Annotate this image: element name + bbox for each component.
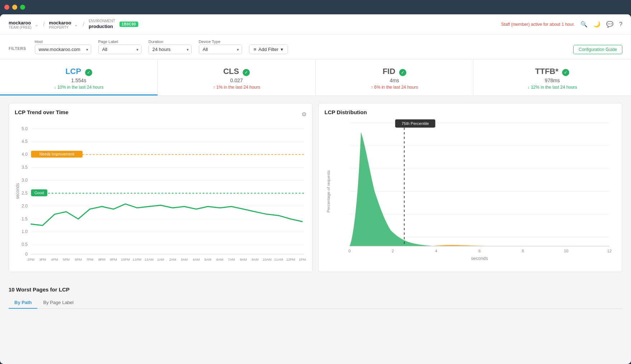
cls-title-row: CLS ✓: [167, 67, 307, 76]
maximize-button[interactable]: [20, 5, 25, 10]
lcp-dist-area: Percentage of requests: [324, 118, 616, 266]
fid-value: 4ms: [324, 78, 465, 83]
svg-text:1.5: 1.5: [22, 216, 28, 221]
ttfb-value: 978ms: [482, 78, 622, 83]
main-content: mockaroo TEAM (FREE) ⌄ / mockaroo PROPER…: [0, 14, 631, 364]
svg-text:12PM: 12PM: [286, 257, 295, 261]
host-select-wrapper[interactable]: www.mockaroo.com: [35, 45, 91, 54]
lcp-metric-card[interactable]: LCP ✓ 1.554s 10% in the last 24 hours: [0, 60, 158, 95]
worst-pages-section: 10 Worst Pages for LCP By Path By Page L…: [0, 279, 631, 316]
minimize-button[interactable]: [12, 5, 17, 10]
host-filter-label: Host: [35, 39, 91, 44]
svg-text:10: 10: [564, 249, 569, 253]
duration-select-wrapper[interactable]: 24 hours: [149, 45, 192, 54]
environment-name: production: [89, 24, 113, 29]
close-button[interactable]: [4, 5, 9, 10]
svg-text:seconds: seconds: [471, 256, 488, 261]
property-name: mockaroo: [49, 20, 71, 25]
fid-title-row: FID ✓: [324, 67, 465, 76]
fid-title: FID: [383, 67, 395, 76]
duration-filter-group: Duration 24 hours: [149, 39, 192, 54]
lcp-value: 1.554s: [9, 78, 149, 83]
lcp-trend-chart: LCP Trend over Time ⚙ 5.0 4.5 4.0 3.5 3.…: [9, 103, 313, 272]
tab-by-path[interactable]: By Path: [9, 297, 37, 309]
svg-text:12AM: 12AM: [145, 257, 154, 261]
property-chevron-icon: ⌄: [74, 22, 78, 27]
svg-text:Percentage of requests: Percentage of requests: [326, 170, 331, 213]
ttfb-metric-card[interactable]: TTFB* ✓ 978ms 12% in the last 24 hours: [473, 60, 631, 95]
svg-text:9PM: 9PM: [110, 257, 117, 261]
titlebar: [0, 0, 631, 14]
lcp-check-icon: ✓: [85, 69, 92, 76]
svg-text:2.0: 2.0: [22, 204, 28, 209]
lcp-dist-title: LCP Distribution: [324, 109, 367, 115]
svg-text:11PM: 11PM: [132, 257, 141, 261]
environment-label: ENVIRONMENT: [89, 19, 115, 23]
lcp-title-row: LCP ✓: [9, 67, 149, 76]
svg-text:5.0: 5.0: [22, 126, 28, 131]
ttfb-title-row: TTFB* ✓: [482, 67, 622, 76]
fid-metric-card[interactable]: FID ✓ 4ms 6% in the last 24 hours: [316, 60, 474, 95]
team-breadcrumb[interactable]: mockaroo TEAM (FREE) ⌄: [9, 19, 39, 29]
search-icon[interactable]: 🔍: [580, 21, 588, 28]
host-select[interactable]: www.mockaroo.com: [35, 45, 91, 54]
page-label-select[interactable]: All: [98, 45, 141, 54]
svg-text:Needs Improvement: Needs Improvement: [39, 152, 74, 156]
breadcrumb: mockaroo TEAM (FREE) ⌄ / mockaroo PROPER…: [9, 19, 501, 29]
svg-text:Good: Good: [34, 191, 44, 195]
breadcrumb-separator-1: /: [43, 21, 45, 28]
svg-text:3.5: 3.5: [22, 165, 28, 170]
svg-text:0.5: 0.5: [22, 242, 28, 247]
gear-icon[interactable]: ⚙: [302, 111, 307, 118]
device-type-select[interactable]: All: [199, 45, 242, 54]
svg-text:6AM: 6AM: [216, 257, 224, 261]
worst-pages-title: 10 Worst Pages for LCP: [9, 286, 622, 293]
svg-text:2.5: 2.5: [22, 191, 28, 196]
help-icon[interactable]: ?: [619, 21, 622, 28]
svg-text:7PM: 7PM: [86, 257, 93, 261]
fid-change: 6% in the last 24 hours: [324, 85, 465, 90]
filters-label: FILTERS: [9, 46, 26, 53]
svg-text:seconds: seconds: [15, 183, 20, 199]
svg-text:8AM: 8AM: [240, 257, 247, 261]
tab-by-page-label[interactable]: By Page Label: [37, 297, 79, 309]
breadcrumb-separator-2: /: [83, 21, 84, 28]
page-label-filter-label: Page Label: [98, 39, 141, 44]
property-breadcrumb[interactable]: mockaroo PROPERTY ⌄: [49, 19, 78, 29]
svg-text:10AM: 10AM: [263, 257, 272, 261]
config-guide-button[interactable]: Configuration Guide: [573, 45, 622, 54]
device-type-select-wrapper[interactable]: All: [199, 45, 242, 54]
svg-text:0: 0: [25, 252, 28, 257]
svg-text:3AM: 3AM: [181, 257, 188, 261]
filters-bar: FILTERS Host www.mockaroo.com Page Label…: [0, 34, 631, 60]
theme-icon[interactable]: 🌙: [593, 21, 600, 28]
svg-text:1AM: 1AM: [157, 257, 164, 261]
charts-section: LCP Trend over Time ⚙ 5.0 4.5 4.0 3.5 3.…: [0, 96, 631, 279]
env-id-badge: 1B0C90: [120, 22, 138, 27]
filter-icon: ≡: [254, 47, 257, 52]
svg-text:7AM: 7AM: [228, 257, 235, 261]
svg-text:4AM: 4AM: [193, 257, 200, 261]
svg-text:8: 8: [522, 249, 524, 253]
device-type-filter-label: Device Type: [199, 39, 242, 44]
chat-icon[interactable]: 💬: [606, 21, 613, 28]
page-label-select-wrapper[interactable]: All: [98, 45, 141, 54]
svg-text:5AM: 5AM: [204, 257, 211, 261]
worst-pages-tabs: By Path By Page Label: [9, 297, 622, 309]
svg-text:1.0: 1.0: [22, 229, 28, 234]
lcp-title: LCP: [65, 67, 81, 76]
duration-select[interactable]: 24 hours: [149, 45, 192, 54]
page-label-filter-group: Page Label All: [98, 39, 141, 54]
team-chevron-icon: ⌄: [34, 22, 39, 27]
cls-metric-card[interactable]: CLS ✓ 0.027 1% in the last 24 hours: [158, 60, 316, 95]
svg-text:4.0: 4.0: [22, 152, 28, 157]
cls-title: CLS: [223, 67, 239, 76]
svg-text:3PM: 3PM: [39, 257, 46, 261]
svg-text:4PM: 4PM: [51, 257, 58, 261]
add-filter-button[interactable]: ≡ Add Filter ▾: [249, 45, 288, 54]
svg-text:9AM: 9AM: [252, 257, 259, 261]
environment-breadcrumb[interactable]: ENVIRONMENT production 1B0C90: [89, 19, 138, 29]
cls-change: 1% in the last 24 hours: [167, 85, 307, 90]
ttfb-title: TTFB*: [535, 67, 558, 76]
svg-text:4: 4: [435, 249, 438, 253]
